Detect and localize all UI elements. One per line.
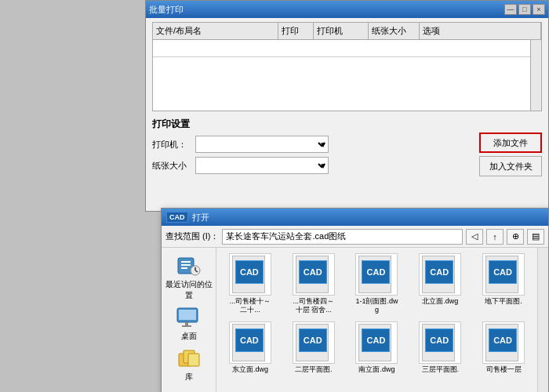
titlebar-buttons: — □ × bbox=[504, 4, 545, 15]
file-icon-2: CAD bbox=[355, 253, 398, 296]
file-name-0: ...司售楼十～二十... bbox=[227, 297, 273, 314]
sidebar-item-desktop[interactable]: 桌面 bbox=[165, 306, 213, 342]
printer-label: 打印机： bbox=[152, 139, 195, 151]
print-table-body bbox=[153, 40, 541, 111]
print-dialog-title: 批量打印 bbox=[149, 4, 184, 16]
svg-rect-9 bbox=[185, 322, 188, 325]
file-icon-1: CAD bbox=[293, 253, 335, 296]
file-name-7: 南立面.dwg bbox=[358, 365, 394, 374]
toolbar-back-btn[interactable]: ◁ bbox=[466, 229, 483, 245]
sidebar-recent-label: 最近访问的位置 bbox=[165, 279, 213, 301]
print-table: 文件/布局名 打印 打印机 纸张大小 选项 bbox=[152, 22, 542, 111]
recent-icon bbox=[175, 254, 203, 278]
print-table-scrollbar[interactable] bbox=[530, 40, 541, 111]
file-name-5: 东立面.dwg bbox=[232, 365, 268, 374]
papersize-select-wrapper: ▼ bbox=[195, 157, 329, 174]
svg-rect-1 bbox=[181, 261, 191, 263]
file-icon-9: CAD bbox=[482, 321, 525, 364]
print-dialog: 批量打印 — □ × 文件/布局名 打印 打印机 纸张大小 选项 打印设置 打印… bbox=[145, 0, 549, 212]
svg-rect-2 bbox=[181, 264, 191, 266]
file-item-2[interactable]: CAD 1-1剖面图.dwg bbox=[347, 252, 407, 316]
print-table-row-input[interactable] bbox=[153, 40, 541, 57]
file-item-8[interactable]: CAD 三层平面图. bbox=[410, 320, 470, 376]
col-print-header: 打印 bbox=[278, 23, 314, 39]
col-options-header: 选项 bbox=[420, 23, 541, 39]
toolbar-up-btn[interactable]: ↑ bbox=[486, 229, 504, 245]
col-filename-header: 文件/布局名 bbox=[153, 23, 278, 39]
file-item-1[interactable]: CAD ...司售楼四～十层 宿舍... bbox=[284, 252, 344, 316]
file-item-0[interactable]: CAD ...司售楼十～二十... bbox=[220, 252, 280, 316]
cad-badge: CAD bbox=[166, 212, 188, 223]
file-item-9[interactable]: CAD 司售楼一层 bbox=[474, 320, 533, 376]
sidebar-library-label: 库 bbox=[185, 372, 193, 383]
close-btn[interactable]: × bbox=[533, 4, 545, 15]
cad-content: 最近访问的位置 桌面 bbox=[162, 248, 548, 392]
add-folder-button[interactable]: 加入文件夹 bbox=[479, 156, 542, 176]
papersize-label: 纸张大小 bbox=[152, 160, 195, 172]
papersize-select[interactable] bbox=[195, 157, 329, 174]
file-icon-8: CAD bbox=[419, 321, 461, 364]
file-name-8: 三层平面图. bbox=[422, 365, 460, 374]
file-icon-7: CAD bbox=[355, 321, 398, 364]
path-input[interactable] bbox=[222, 229, 463, 245]
maximize-btn[interactable]: □ bbox=[518, 4, 531, 15]
settings-buttons: 添加文件 加入文件夹 bbox=[479, 132, 542, 176]
file-icon-3: CAD bbox=[419, 253, 461, 296]
cad-scrollbar[interactable] bbox=[537, 248, 548, 392]
file-name-9: 司售楼一层 bbox=[486, 365, 522, 374]
file-item-4[interactable]: CAD 地下平面图. bbox=[474, 252, 533, 316]
svg-rect-13 bbox=[188, 354, 199, 366]
desktop-icon bbox=[175, 306, 203, 329]
file-icon-4: CAD bbox=[482, 253, 525, 296]
background-panel bbox=[0, 0, 145, 392]
toolbar-new-folder-btn[interactable]: ⊕ bbox=[507, 229, 524, 245]
file-icon-0: CAD bbox=[229, 253, 271, 296]
file-name-3: 北立面.dwg bbox=[422, 297, 458, 306]
cad-open-dialog: CAD 打开 查找范围 (I)： ◁ ↑ ⊕ ▤ bbox=[161, 208, 549, 392]
library-icon bbox=[175, 347, 203, 370]
file-icon-5: CAD bbox=[229, 321, 271, 364]
file-name-6: 二层平面图. bbox=[295, 365, 333, 374]
col-papersize-header: 纸张大小 bbox=[369, 23, 420, 39]
print-table-header: 文件/布局名 打印 打印机 纸张大小 选项 bbox=[153, 23, 541, 40]
printer-select[interactable] bbox=[195, 136, 329, 153]
file-item-7[interactable]: CAD 南立面.dwg bbox=[347, 320, 407, 376]
print-dialog-titlebar: 批量打印 — □ × bbox=[146, 1, 548, 18]
printer-select-wrapper: ▼ bbox=[195, 136, 329, 153]
cad-sidebar: 最近访问的位置 桌面 bbox=[162, 248, 216, 392]
sidebar-item-library[interactable]: 库 bbox=[165, 347, 213, 383]
cad-file-grid: CAD ...司售楼十～二十... CAD ...司售楼四～十层 宿舍... bbox=[216, 248, 537, 392]
cad-toolbar: 查找范围 (I)： ◁ ↑ ⊕ ▤ bbox=[162, 226, 548, 248]
sidebar-desktop-label: 桌面 bbox=[181, 331, 197, 342]
sidebar-item-recent[interactable]: 最近访问的位置 bbox=[165, 254, 213, 301]
print-settings-title: 打印设置 bbox=[152, 118, 542, 131]
toolbar-view-btn[interactable]: ▤ bbox=[527, 229, 544, 245]
file-name-2: 1-1剖面图.dwg bbox=[354, 297, 399, 314]
search-label: 查找范围 (I)： bbox=[165, 230, 219, 242]
cad-titlebar: CAD 打开 bbox=[162, 209, 548, 226]
svg-rect-10 bbox=[182, 325, 191, 327]
file-item-5[interactable]: CAD 东立面.dwg bbox=[220, 320, 280, 376]
file-name-4: 地下平面图. bbox=[485, 297, 522, 306]
file-icon-6: CAD bbox=[293, 321, 335, 364]
svg-rect-3 bbox=[181, 267, 187, 269]
add-file-button[interactable]: 添加文件 bbox=[479, 132, 542, 153]
minimize-btn[interactable]: — bbox=[504, 4, 517, 15]
file-name-1: ...司售楼四～十层 宿舍... bbox=[291, 297, 336, 314]
file-item-3[interactable]: CAD 北立面.dwg bbox=[410, 252, 470, 316]
file-item-6[interactable]: CAD 二层平面图. bbox=[284, 320, 344, 376]
cad-dialog-title: 打开 bbox=[192, 212, 209, 223]
col-printer-header: 打印机 bbox=[314, 23, 369, 39]
svg-rect-8 bbox=[179, 310, 196, 320]
